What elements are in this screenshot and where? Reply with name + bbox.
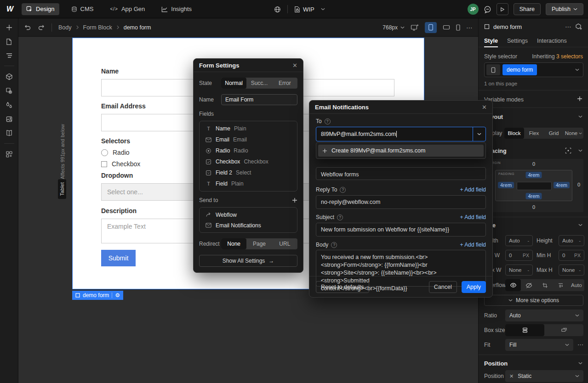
to-dropdown-toggle[interactable] [473, 127, 485, 141]
components-cube-icon[interactable] [6, 73, 13, 80]
assets-image-icon[interactable] [6, 116, 13, 123]
breadcrumb-demo-form[interactable]: demo form [124, 24, 151, 31]
create-email-option[interactable]: Create 8I9MvP@mail.form2sms.com [318, 145, 484, 157]
element-settings-gear-icon[interactable]: ⚙ [115, 292, 120, 299]
webflow-logo-icon[interactable]: W [6, 5, 13, 13]
tab-interactions[interactable]: Interactions [537, 35, 567, 47]
add-elements-icon[interactable] [6, 24, 13, 31]
form-name-input[interactable]: Email Form [221, 94, 297, 105]
overflow-auto-option[interactable]: Auto [569, 279, 584, 291]
selected-element-badge[interactable]: demo form ⚙ [72, 291, 123, 300]
margin-right-value[interactable]: 0 [577, 182, 580, 187]
tab-style[interactable]: Style [484, 35, 498, 47]
to-input[interactable]: 8I9MvP@mail.form2sms.com [316, 127, 486, 141]
tab-cms[interactable]: CMS [67, 3, 98, 15]
chevron-down-icon[interactable] [578, 224, 582, 226]
field-item[interactable]: Email Email [200, 134, 297, 145]
redo-icon[interactable] [38, 24, 45, 31]
overflow-scroll-icon[interactable] [553, 279, 568, 291]
fit-dropdown[interactable]: Fill [505, 339, 573, 351]
box-size-include-icon[interactable] [505, 324, 544, 336]
margin-top-value[interactable]: 0 [532, 161, 535, 167]
tab-design[interactable]: Design [22, 3, 59, 15]
padding-bottom-value[interactable]: 4rem [525, 193, 542, 199]
field-item[interactable]: Checkbox Checkbox [200, 156, 297, 167]
checkbox-icon[interactable] [101, 161, 107, 167]
canvas-width-dropdown[interactable]: 768px [382, 24, 405, 31]
tab-app-gen[interactable]: </> App Gen [105, 3, 149, 15]
display-grid[interactable]: Grid [544, 128, 564, 139]
max-w-unit[interactable]: - [528, 267, 530, 273]
state-option-success[interactable]: Succ... [246, 78, 272, 89]
fit-more-icon[interactable]: ⋯ [577, 341, 583, 348]
help-icon[interactable]: ? [340, 187, 346, 193]
breakpoint-phone-portrait-icon[interactable] [456, 24, 460, 31]
min-h-unit[interactable]: PX [574, 253, 581, 258]
box-size-exclude-icon[interactable] [544, 324, 583, 336]
libraries-book-icon[interactable] [6, 130, 13, 136]
preview-button[interactable] [497, 3, 508, 15]
field-item[interactable]: T Field Plain [200, 178, 297, 189]
min-w-input[interactable]: 0PX [505, 250, 533, 261]
height-input[interactable]: Auto- [559, 235, 584, 246]
navigator-icon[interactable] [6, 52, 13, 59]
subject-input[interactable]: New form submission on Webflow for {{sit… [316, 223, 486, 237]
form-submit-button[interactable]: Submit [101, 250, 136, 266]
redirect-option-none[interactable]: None [221, 238, 246, 249]
chevron-down-icon[interactable] [321, 8, 325, 11]
create-component-icon[interactable] [575, 23, 582, 30]
chevron-down-icon[interactable] [578, 362, 582, 365]
breakpoint-desktop-icon[interactable] [411, 24, 419, 31]
padding-top-value[interactable]: 4rem [525, 172, 542, 178]
field-item[interactable]: T Name Plain [200, 123, 297, 134]
apply-button[interactable]: Apply [462, 281, 486, 293]
from-name-input[interactable]: Webflow forms [316, 167, 486, 180]
apps-icon[interactable] [6, 151, 13, 158]
max-w-input[interactable]: None- [505, 265, 533, 276]
add-field-link[interactable]: + Add field [460, 214, 486, 220]
breadcrumb-body[interactable]: Body [58, 24, 72, 31]
breakpoint-badge[interactable]: Tablet [58, 179, 66, 199]
state-option-error[interactable]: Error [272, 78, 297, 89]
field-item[interactable]: Radio Radio [200, 145, 297, 156]
breakpoint-tablet-icon[interactable] [425, 22, 437, 33]
add-variable-mode-icon[interactable] [577, 96, 582, 101]
redirect-option-page[interactable]: Page [246, 238, 272, 249]
tab-insights[interactable]: Insights [157, 3, 196, 15]
avatar[interactable]: JP [468, 4, 479, 15]
help-icon[interactable]: ? [337, 214, 343, 220]
redirect-option-url[interactable]: URL [272, 238, 297, 249]
padding-right-value[interactable]: 4rem [554, 182, 570, 188]
site-styles-icon[interactable] [6, 87, 13, 95]
display-block[interactable]: Block [504, 128, 524, 139]
max-h-input[interactable]: None- [559, 265, 584, 276]
radio-icon[interactable] [101, 149, 108, 156]
display-flex[interactable]: Flex [524, 128, 544, 139]
spacing-diagram[interactable]: MARGIN 0 0 0 PADDING 4rem 4rem 4rem 4rem [484, 159, 583, 212]
more-breakpoints-icon[interactable]: ⋯ [466, 24, 473, 31]
breakpoint-phone-landscape-icon[interactable] [443, 25, 450, 30]
add-field-link[interactable]: + Add field [460, 242, 486, 248]
help-icon[interactable]: ? [325, 118, 331, 124]
publish-button[interactable]: Publish [546, 3, 583, 15]
padding-left-value[interactable]: 4rem [498, 182, 514, 188]
show-all-settings-button[interactable]: Show All Settings → [199, 255, 297, 267]
help-icon[interactable]: ? [331, 242, 337, 248]
undo-icon[interactable] [24, 24, 31, 31]
cancel-button[interactable]: Cancel [429, 281, 457, 293]
variables-droplets-icon[interactable] [6, 101, 13, 109]
overflow-visible-eye-icon[interactable] [505, 279, 521, 291]
reset-to-defaults-button[interactable]: Reset to defaults [316, 281, 369, 293]
selector-tag[interactable]: demo form [502, 64, 537, 75]
send-to-email-notifications[interactable]: Email Notifications [200, 220, 297, 231]
inheriting-note[interactable]: Inheriting 3 selectors [532, 53, 583, 60]
chevron-down-icon[interactable] [578, 149, 582, 152]
position-dropdown[interactable]: ✕ Static [505, 370, 583, 382]
reply-to-input[interactable]: no-reply@webflow.com [316, 195, 486, 209]
more-size-options-button[interactable]: More size options [484, 295, 583, 306]
globe-icon[interactable] [274, 6, 281, 13]
min-w-unit[interactable]: PX [523, 253, 529, 258]
comments-icon[interactable] [484, 6, 491, 13]
overflow-clip-crop-icon[interactable] [537, 279, 553, 291]
more-icon[interactable]: ⋯ [565, 23, 571, 30]
